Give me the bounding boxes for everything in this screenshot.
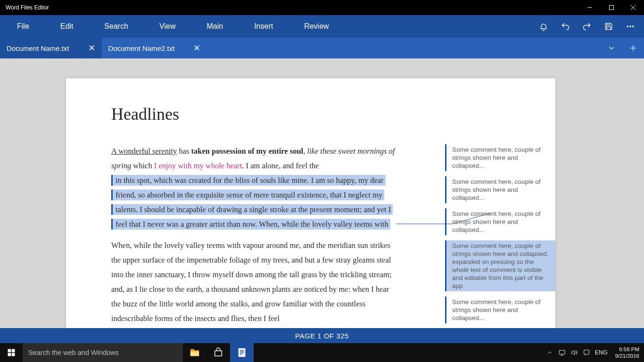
menu-edit[interactable]: Edit [43, 15, 88, 38]
taskbar-store-icon[interactable] [206, 343, 230, 362]
svg-rect-14 [190, 349, 194, 351]
tray-chevron-up-icon[interactable] [546, 349, 553, 356]
search-placeholder: Search the web and Windows [28, 349, 119, 356]
svg-rect-19 [239, 353, 244, 353]
tray-time: 6:58 PM [615, 346, 639, 353]
comment-item-expanded[interactable]: Some comment here, couple of strings sho… [445, 240, 555, 291]
document-tab[interactable]: Document Name2.txt ✕ [102, 38, 207, 58]
text: . I am alone, and feel the [242, 161, 319, 170]
tray-volume-icon[interactable] [570, 349, 578, 356]
menu-search[interactable]: Search [87, 15, 142, 38]
svg-point-5 [630, 26, 631, 27]
menu-view[interactable]: View [142, 15, 190, 38]
comment-item[interactable]: Some comment here, couple of strings sho… [445, 296, 555, 323]
text: has [177, 147, 191, 156]
tray-language[interactable]: ENG [595, 349, 608, 356]
save-button[interactable] [598, 15, 619, 38]
svg-rect-12 [12, 353, 15, 356]
comment-item[interactable]: Some comment here, couple of strings sho… [445, 208, 555, 235]
tray-clock[interactable]: 6:58 PM 9/21/2016 [612, 346, 642, 359]
minimize-button[interactable] [579, 0, 601, 15]
document-page[interactable]: Headlines A wonderful serenity has taken… [66, 78, 555, 328]
comment-text: Some comment here, couple of strings sho… [452, 298, 541, 321]
document-tab-bar: Document Name.txt ✕ Document Name2.txt ✕ [0, 38, 644, 58]
taskbar-app-icon[interactable] [230, 343, 254, 362]
svg-rect-11 [8, 353, 11, 356]
menu-review[interactable]: Review [287, 15, 343, 38]
close-button[interactable] [622, 0, 644, 15]
taskbar-file-explorer-icon[interactable] [183, 343, 206, 362]
svg-rect-21 [559, 350, 565, 354]
comment-item[interactable]: Some comment here, couple of strings sho… [445, 176, 555, 203]
svg-point-4 [627, 26, 628, 27]
status-bar: PAGE 1 OF 325 [0, 328, 644, 343]
document-paragraph[interactable]: When, while the lovely valley teems with… [111, 238, 395, 326]
system-tray: ENG 6:58 PM 9/21/2016 [546, 343, 644, 362]
window-titlebar: Word Files Editor [0, 0, 644, 15]
comment-text: Some comment here, couple of strings sho… [452, 210, 541, 233]
document-tab[interactable]: Document Name.txt ✕ [0, 38, 102, 58]
start-button[interactable] [0, 343, 23, 362]
text-bold: taken possession of my entire soul [191, 147, 304, 156]
comment-text: Some comment here, couple of strings sho… [452, 178, 541, 201]
menu-insert[interactable]: Insert [237, 15, 287, 38]
menu-file[interactable]: File [0, 15, 43, 38]
redo-button[interactable] [576, 15, 598, 38]
svg-point-6 [633, 26, 634, 27]
comments-panel: Some comment here, couple of strings sho… [445, 144, 555, 328]
svg-rect-1 [610, 6, 614, 10]
comment-item[interactable]: Some comment here, couple of strings sho… [445, 144, 555, 171]
editor-workarea: Headlines A wonderful serenity has taken… [0, 58, 644, 328]
svg-rect-9 [8, 349, 11, 353]
text-underlined: A wonderful serenity [111, 147, 177, 156]
document-tab-label: Document Name.txt [7, 44, 69, 52]
more-icon[interactable] [619, 15, 641, 38]
comment-text: Some comment here, couple of strings sho… [452, 146, 541, 169]
text-selection[interactable]: in this spot, which was created for the … [111, 175, 393, 230]
document-paragraph[interactable]: A wonderful serenity has taken possessio… [111, 144, 395, 231]
svg-rect-10 [12, 349, 15, 353]
bell-icon[interactable] [533, 15, 554, 38]
svg-rect-20 [239, 354, 242, 354]
tabs-dropdown-button[interactable] [601, 38, 622, 58]
taskbar-search-input[interactable]: Search the web and Windows [23, 343, 183, 362]
maximize-button[interactable] [601, 0, 622, 15]
comment-text: Some comment here, couple of strings sho… [452, 242, 548, 289]
tray-network-icon[interactable] [558, 349, 566, 356]
document-tab-label: Document Name2.txt [108, 44, 175, 52]
close-icon[interactable]: ✕ [193, 43, 200, 53]
svg-rect-17 [239, 350, 244, 351]
tray-date: 9/21/2016 [615, 353, 639, 359]
app-title: Word Files Editor [6, 4, 49, 11]
svg-rect-18 [239, 351, 244, 352]
undo-button[interactable] [554, 15, 576, 38]
tray-notifications-icon[interactable] [583, 349, 590, 356]
close-icon[interactable]: ✕ [88, 43, 95, 53]
svg-rect-15 [190, 352, 199, 356]
menu-bar: File Edit Search View Main Insert Review [0, 15, 644, 38]
text-colored: I enjoy with my whole heart [154, 161, 242, 170]
new-tab-button[interactable] [622, 38, 644, 58]
windows-taskbar: Search the web and Windows ENG 6:58 PM 9… [0, 343, 644, 362]
document-heading: Headlines [111, 104, 395, 124]
text-selected: in this spot, which was created for the … [111, 175, 393, 230]
menu-main[interactable]: Main [190, 15, 237, 38]
page-indicator: PAGE 1 OF 325 [295, 332, 349, 340]
text: which [131, 161, 154, 170]
